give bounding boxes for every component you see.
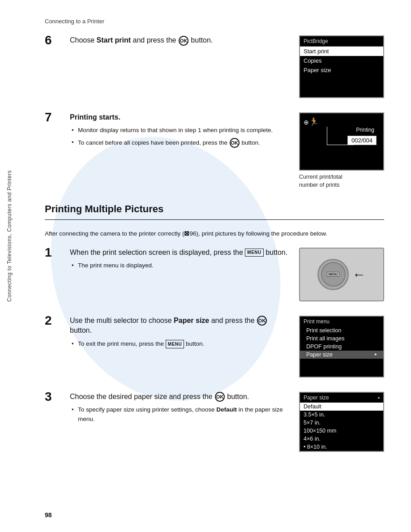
- step-s2-3-bullet-1: To specify paper size using printer sett…: [70, 405, 290, 424]
- step-7: 7 Printing starts. Monitor display retur…: [45, 112, 384, 189]
- pm-item-selection: Print selection: [300, 326, 383, 335]
- menu-button-screen: MENU ←: [299, 248, 384, 301]
- print-menu-header: Print menu: [300, 317, 383, 326]
- ok-button-symbol-7: OK: [230, 138, 240, 148]
- step-6-content: Choose Start print and press the OK butt…: [70, 35, 290, 49]
- section-divider: [45, 219, 384, 220]
- step-s2-2: 2 Use the multi selector to choose Paper…: [45, 316, 384, 378]
- pictbridge-item-startprint: Start print: [300, 47, 383, 56]
- ps-item-100x150: 100×150 mm: [300, 427, 383, 435]
- section-intro: After connecting the camera to the print…: [45, 229, 384, 239]
- step-number-s2-1: 1: [45, 246, 61, 260]
- step-s2-2-title: Use the multi selector to choose Paper s…: [70, 316, 290, 336]
- step-s2-3-title: Choose the desired paper size and press …: [70, 392, 290, 402]
- step-s2-1-bullets: The print menu is displayed.: [70, 261, 290, 270]
- step-6: 6 Choose Start print and press the OK bu…: [45, 35, 384, 98]
- step-number-s2-2: 2: [45, 314, 61, 328]
- ok-button-symbol-6: OK: [179, 36, 188, 46]
- ps-item-5x7: 5×7 in.: [300, 419, 383, 427]
- sidebar-label: Connecting to Televisions, Computers and…: [6, 170, 13, 302]
- ps-item-4x6: 4×6 in.: [300, 435, 383, 443]
- ok-button-symbol-s2-2: OK: [257, 316, 267, 326]
- step-number-7: 7: [45, 111, 61, 124]
- step-s2-2-bullets: To exit the print menu, press the MENU b…: [70, 339, 290, 348]
- step-s2-3-bullets: To specify paper size using printer sett…: [70, 405, 290, 424]
- step-s2-2-image: Print menu Print selection Print all ima…: [299, 316, 384, 378]
- step-s2-1-image: MENU ←: [299, 248, 384, 301]
- pictbridge-screen: PictBridge Start print Copies Paper size: [299, 35, 384, 98]
- step-7-bullets: Monitor display returns to that shown in…: [70, 126, 290, 147]
- step-number-6: 6: [45, 34, 61, 47]
- ps-item-8x10: • 8×10 in.: [300, 443, 383, 451]
- step-s2-1-title: When the print selection screen is displ…: [70, 248, 290, 257]
- breadcrumb: Connecting to a Printer: [45, 18, 384, 25]
- print-caption: Current print/totalnumber of prints: [299, 173, 342, 189]
- pictbridge-item-papersize: Paper size: [300, 65, 383, 75]
- print-menu-screen: Print menu Print selection Print all ima…: [299, 316, 384, 378]
- step-s2-3: 3 Choose the desired paper size and pres…: [45, 392, 384, 452]
- ps-item-35x5: 3.5×5 in.: [300, 411, 383, 419]
- pm-item-allimages: Print all images: [300, 335, 383, 343]
- step-7-content: Printing starts. Monitor display returns…: [70, 112, 290, 150]
- pm-item-dpof: DPOF printing: [300, 343, 383, 351]
- step-7-image: ⊕🏃 Printing 002/004 Current print/totaln…: [299, 112, 384, 189]
- menu-button-label-2: MENU: [166, 340, 184, 348]
- step-7-bullet-2: To cancel before all copies have been pr…: [70, 138, 290, 148]
- pm-item-papersize: Paper size: [300, 351, 383, 359]
- print-icons: ⊕🏃: [304, 117, 319, 127]
- step-6-title: Choose Start print and press the OK butt…: [70, 35, 290, 46]
- section-title: Printing Multiple Pictures: [45, 203, 384, 215]
- step-s2-1-content: When the print selection screen is displ…: [70, 248, 290, 273]
- pictbridge-item-copies: Copies: [300, 56, 383, 65]
- step-7-title: Printing starts.: [70, 112, 290, 122]
- paper-size-header: Paper size ▪: [300, 393, 383, 403]
- step-s2-2-bullet-1: To exit the print menu, press the MENU b…: [70, 339, 290, 348]
- step-s2-3-image: Paper size ▪ Default 3.5×5 in. 5×7 in. 1…: [299, 392, 384, 452]
- ps-item-default: Default: [300, 403, 383, 411]
- printing-screen: ⊕🏃 Printing 002/004: [299, 112, 384, 171]
- paper-size-scroll: ▪: [378, 395, 380, 401]
- step-7-bullet-1: Monitor display returns to that shown in…: [70, 126, 290, 135]
- pictbridge-header: PictBridge: [300, 36, 383, 47]
- step-s2-2-content: Use the multi selector to choose Paper s…: [70, 316, 290, 351]
- paper-size-screen: Paper size ▪ Default 3.5×5 in. 5×7 in. 1…: [299, 392, 384, 452]
- print-label: Printing: [356, 127, 374, 133]
- step-s2-1: 1 When the print selection screen is dis…: [45, 248, 384, 301]
- ok-button-symbol-s2-3: OK: [215, 392, 225, 402]
- step-number-s2-3: 3: [45, 390, 61, 404]
- print-line-v: [327, 127, 327, 145]
- step-6-image: PictBridge Start print Copies Paper size: [299, 35, 384, 98]
- print-line-h: [327, 145, 354, 145]
- menu-button-label-1: MENU: [245, 249, 263, 257]
- page-number: 98: [45, 511, 52, 519]
- step-s2-1-bullet-1: The print menu is displayed.: [70, 261, 290, 270]
- print-counter: 002/004: [347, 136, 377, 145]
- step-s2-3-content: Choose the desired paper size and press …: [70, 392, 290, 426]
